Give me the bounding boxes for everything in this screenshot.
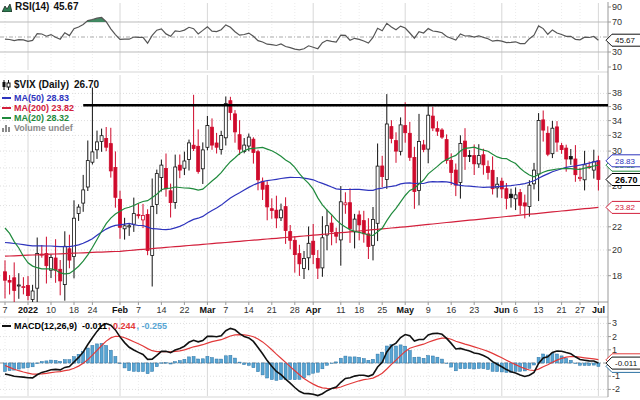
svg-text:23.82: 23.82: [615, 203, 636, 212]
svg-text:36: 36: [612, 102, 622, 112]
legend-ma50: MA(50) 28.83: [2, 93, 69, 103]
svg-text:7: 7: [136, 305, 141, 315]
svg-text:70: 70: [612, 17, 622, 27]
svg-text:6: 6: [513, 305, 518, 315]
svg-text:22: 22: [179, 305, 189, 315]
svg-text:9: 9: [426, 305, 431, 315]
last-price: 26.70: [74, 80, 99, 90]
ma200-line-icon: [2, 107, 11, 109]
rsi-legend: RSI(14) 45.67: [2, 2, 78, 12]
svg-text:34: 34: [612, 116, 622, 126]
svg-text:16: 16: [446, 305, 456, 315]
ma20-line-icon: [2, 117, 11, 119]
svg-text:20: 20: [612, 245, 622, 255]
macd-hist-value: , -0.255: [137, 321, 168, 331]
macd-label: MACD(12,26,9): [14, 321, 77, 331]
svg-text:22: 22: [612, 222, 622, 232]
svg-text:45.67: 45.67: [615, 36, 636, 45]
macd-legend: MACD(12,26,9) -0.011 , 0.244 , -0.255: [2, 321, 168, 331]
symbol-title: $VIX (Daily): [14, 80, 69, 90]
stock-chart: 907030103836343230282624222018321-1-2720…: [0, 0, 640, 400]
rsi-chart-icon: [2, 3, 12, 12]
ma50-label: MA(50) 28.83: [14, 93, 69, 103]
ma20-label: MA(20) 28.32: [14, 113, 69, 123]
svg-text:27: 27: [575, 305, 585, 315]
svg-text:18: 18: [612, 271, 622, 281]
legend-volume: Volume undef: [2, 123, 73, 133]
chart-canvas: 907030103836343230282624222018321-1-2720…: [0, 0, 640, 400]
svg-text:30: 30: [612, 47, 622, 57]
svg-text:May: May: [396, 305, 414, 315]
volume-label: Volume undef: [14, 123, 73, 133]
rsi-label: RSI(14): [15, 2, 49, 12]
svg-text:23: 23: [469, 305, 479, 315]
volume-bars-icon: [2, 124, 11, 132]
svg-text:7: 7: [2, 305, 7, 315]
legend-ma20: MA(20) 28.32: [2, 113, 69, 123]
svg-text:Jul: Jul: [592, 305, 605, 315]
svg-text:32: 32: [612, 130, 622, 140]
svg-text:18: 18: [69, 305, 79, 315]
svg-text:26.70: 26.70: [615, 175, 638, 185]
svg-text:Apr: Apr: [305, 305, 321, 315]
rsi-value: 45.67: [53, 2, 78, 12]
svg-text:38: 38: [612, 88, 622, 98]
macd-signal-value: , 0.244: [108, 321, 136, 331]
svg-text:-2: -2: [612, 384, 620, 394]
svg-text:21: 21: [557, 305, 567, 315]
svg-text:18: 18: [354, 305, 364, 315]
macd-line-icon: [2, 325, 11, 327]
svg-text:Jun: Jun: [494, 305, 510, 315]
svg-text:28: 28: [290, 305, 300, 315]
legend-ma200: MA(200) 23.82: [2, 103, 74, 113]
svg-text:2: 2: [612, 332, 617, 342]
svg-text:3: 3: [612, 318, 617, 328]
svg-text:13: 13: [534, 305, 544, 315]
svg-text:-0.011: -0.011: [615, 359, 638, 368]
svg-text:28.83: 28.83: [615, 157, 636, 166]
macd-value: -0.011: [82, 321, 107, 331]
ma200-label: MA(200) 23.82: [14, 103, 74, 113]
svg-text:24: 24: [87, 305, 97, 315]
svg-text:90: 90: [612, 2, 622, 12]
ma50-line-icon: [2, 97, 11, 99]
svg-text:2022: 2022: [18, 305, 38, 315]
svg-text:Mar: Mar: [199, 305, 216, 315]
svg-text:14: 14: [156, 305, 166, 315]
svg-text:11: 11: [336, 305, 345, 315]
candlestick-icon: [2, 80, 11, 90]
svg-text:25: 25: [377, 305, 387, 315]
svg-text:10: 10: [612, 62, 622, 72]
svg-text:Feb: Feb: [112, 305, 129, 315]
svg-text:21: 21: [267, 305, 277, 315]
svg-text:10: 10: [46, 305, 56, 315]
svg-text:14: 14: [244, 305, 254, 315]
symbol-legend: $VIX (Daily) 26.70: [2, 80, 99, 90]
svg-text:7: 7: [223, 305, 228, 315]
